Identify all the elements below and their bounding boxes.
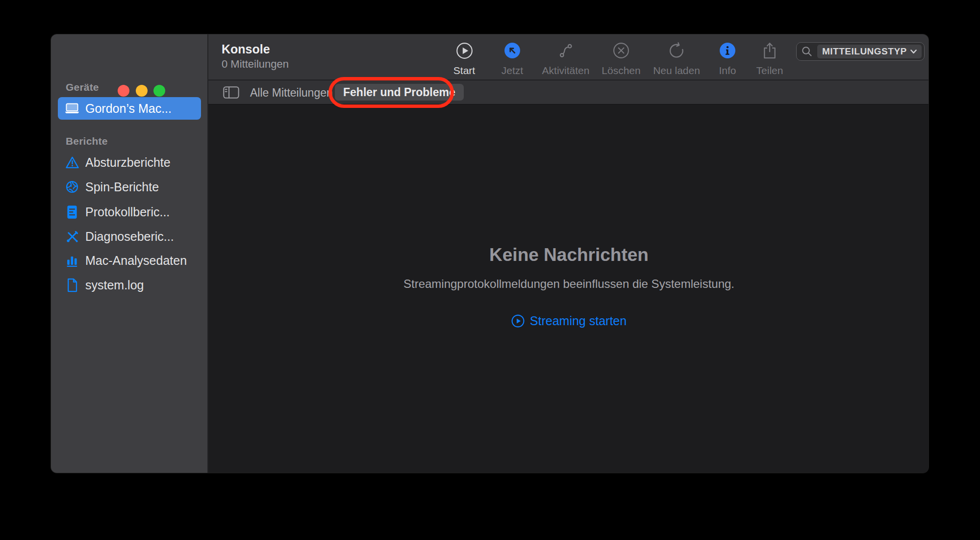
share-button[interactable]: Teilen — [746, 41, 793, 76]
empty-state-title: Keine Nachrichten — [209, 245, 929, 265]
close-window-button[interactable] — [118, 85, 129, 97]
search-field[interactable]: MITTEILUNGSTYP fe — [796, 42, 925, 61]
clear-button[interactable]: Löschen — [598, 41, 645, 76]
sidebar-item-crash-reports[interactable]: Absturzberichte — [58, 151, 201, 174]
share-icon — [762, 41, 778, 60]
start-button[interactable]: Start — [441, 41, 488, 76]
search-icon — [801, 46, 813, 57]
sidebar-item-label: Mac-Analysedaten — [85, 254, 187, 268]
x-circle-icon — [613, 41, 629, 60]
message-list-area: Keine Nachrichten Streamingprotokollmeld… — [209, 105, 929, 473]
log-document-icon — [65, 205, 79, 219]
message-count: 0 Mitteilungen — [222, 58, 289, 71]
sidebar-item-label: Protokollberic... — [85, 205, 170, 219]
filter-all-messages[interactable]: Alle Mitteilungen — [250, 86, 333, 100]
bar-chart-icon — [65, 253, 79, 268]
sidebar-item-label: Gordon’s Mac... — [85, 102, 172, 116]
info-button[interactable]: Info — [704, 41, 751, 76]
sidebar-section-reports: Berichte — [66, 135, 108, 147]
chevron-down-icon — [910, 50, 917, 54]
now-button[interactable]: Jetzt — [489, 41, 536, 76]
file-icon — [65, 278, 79, 292]
sidebar-section-devices: Geräte — [66, 81, 99, 93]
tools-icon — [65, 229, 79, 244]
play-circle-icon — [456, 41, 473, 60]
filter-bar: Alle Mitteilungen Fehler und Probleme — [208, 80, 929, 104]
sidebar-item-diagnostic-reports[interactable]: Diagnoseberic... — [58, 225, 201, 248]
sidebar-item-label: Absturzberichte — [85, 155, 171, 170]
minimize-window-button[interactable] — [136, 85, 148, 97]
window-title: Konsole — [222, 42, 270, 56]
play-circle-icon — [511, 314, 525, 328]
reload-button[interactable]: Neu laden — [653, 41, 700, 76]
console-window: Geräte Gordon’s Mac... Berichte Absturzb… — [51, 34, 929, 473]
sidebar: Geräte Gordon’s Mac... Berichte Absturzb… — [51, 34, 208, 473]
reload-icon — [668, 41, 685, 60]
arrow-up-left-circle-icon — [504, 41, 521, 60]
warning-triangle-icon — [65, 155, 79, 170]
sidebar-item-label: Diagnoseberic... — [85, 230, 174, 244]
sidebar-item-label: Spin-Berichte — [85, 180, 159, 194]
sidebar-toggle-button[interactable] — [223, 85, 239, 99]
filter-errors-and-faults[interactable]: Fehler und Probleme — [335, 84, 464, 101]
toolbar: Konsole 0 Mitteilungen Start — [208, 34, 929, 80]
zoom-window-button[interactable] — [153, 85, 165, 97]
search-token-message-type[interactable]: MITTEILUNGSTYP — [817, 45, 922, 58]
empty-state-message: Streamingprotokollmeldungen beeinflussen… — [209, 277, 929, 291]
sidebar-item-spin-reports[interactable]: Spin-Berichte — [58, 176, 201, 198]
info-circle-icon — [719, 41, 736, 60]
empty-state: Keine Nachrichten Streamingprotokollmeld… — [209, 245, 929, 330]
activities-icon — [558, 41, 574, 60]
laptop-icon — [65, 101, 79, 116]
sidebar-item-log-reports[interactable]: Protokollberic... — [58, 201, 201, 223]
sidebar-item-mac-analytics[interactable]: Mac-Analysedaten — [58, 249, 201, 272]
activities-button[interactable]: Aktivitäten — [542, 41, 589, 76]
sidebar-item-label: system.log — [85, 278, 144, 292]
sidebar-item-gordons-mac[interactable]: Gordon’s Mac... — [58, 97, 201, 120]
sidebar-item-system-log[interactable]: system.log — [58, 274, 201, 296]
start-streaming-link[interactable]: Streaming starten — [511, 314, 627, 328]
shutter-icon — [65, 180, 79, 194]
